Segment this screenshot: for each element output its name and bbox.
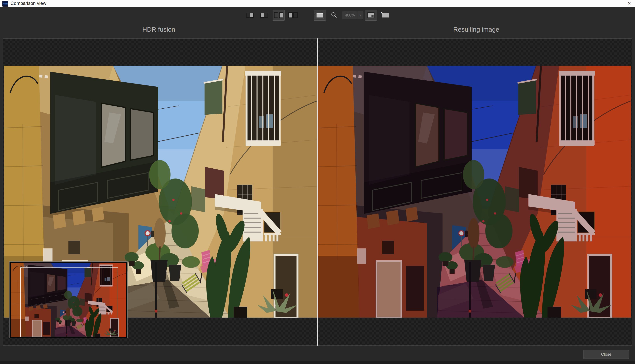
view-mode-side-by-side-button[interactable] [272,10,285,20]
comparison-panels [3,38,632,346]
side-by-side-swapped-icon [288,12,298,18]
cursor-rectangle-icon: ↖ [382,13,389,18]
view-mode-side-by-side-swapped-button[interactable] [287,10,299,20]
navigator-viewport-rect[interactable] [20,268,118,337]
fit-to-view-button[interactable] [314,10,326,20]
close-button[interactable]: Close [583,350,629,359]
app-icon: HDR [2,1,8,6]
window-close-button[interactable]: × [626,0,633,6]
split-right-icon [246,13,254,18]
view-mode-left-filled-button[interactable] [258,10,270,20]
comparison-view-window: HDR Comparison view × [0,0,635,364]
view-mode-right-filled-button[interactable] [244,10,256,20]
toolbar: 400% ▼ ↖ [0,7,635,23]
right-panel-title: Resulting image [317,23,635,38]
left-panel-title: HDR fusion [0,23,317,38]
resulting-image[interactable] [318,66,631,318]
window-title: Comparison view [11,0,46,6]
side-by-side-icon [274,12,283,18]
resulting-image-panel[interactable] [318,38,632,346]
magnifier-icon [331,12,338,18]
navigator-thumbnail[interactable] [9,262,128,338]
hdr-fusion-panel[interactable] [3,38,317,346]
chevron-down-icon[interactable]: ▼ [358,14,363,16]
actual-size-button[interactable] [365,10,377,20]
zoom-level-combobox[interactable]: 400% ▼ [342,11,363,20]
window-bottom-edge [0,361,635,364]
bottom-bar: Close [0,346,635,364]
zoom-tool-button[interactable] [328,10,340,20]
split-left-icon [260,13,268,18]
actual-size-icon [368,12,375,18]
title-bar[interactable]: HDR Comparison view × [0,0,635,7]
zoom-level-value: 400% [342,13,358,18]
panel-labels-row: HDR fusion Resulting image [0,23,635,38]
fit-image-icon [315,12,324,18]
fit-selection-button[interactable]: ↖ [379,10,391,20]
